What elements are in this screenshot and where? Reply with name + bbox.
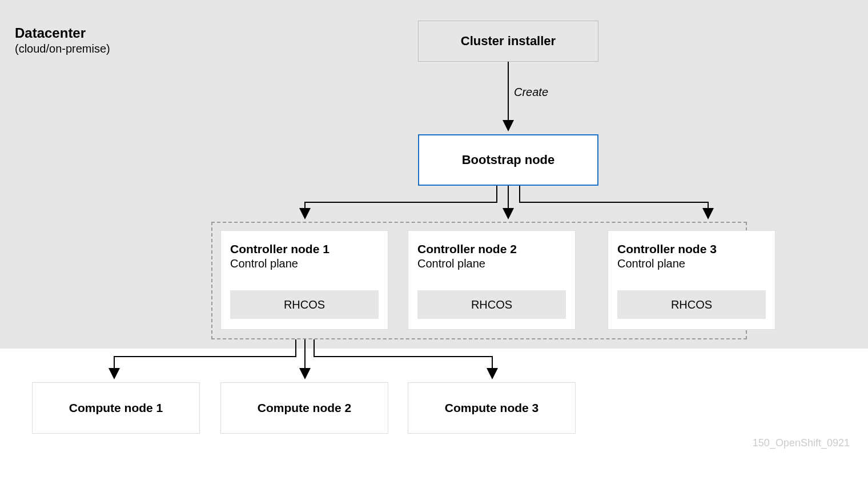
compute-3-label: Compute node 3 — [445, 401, 539, 415]
controller-node-3: Controller node 3 Control plane RHCOS — [608, 230, 775, 330]
bootstrap-node-box: Bootstrap node — [418, 134, 598, 186]
controller-2-title: Controller node 2 — [417, 242, 566, 256]
compute-node-3: Compute node 3 — [408, 382, 576, 434]
cluster-installer-label: Cluster installer — [461, 34, 556, 49]
compute-node-1: Compute node 1 — [32, 382, 200, 434]
compute-node-2: Compute node 2 — [220, 382, 388, 434]
controller-1-os: RHCOS — [230, 290, 379, 319]
controller-1-sub: Control plane — [230, 257, 379, 270]
controller-node-2: Controller node 2 Control plane RHCOS — [408, 230, 576, 330]
datacenter-title: Datacenter — [15, 25, 86, 41]
controller-2-os: RHCOS — [417, 290, 566, 319]
compute-2-label: Compute node 2 — [258, 401, 352, 415]
compute-1-label: Compute node 1 — [69, 401, 163, 415]
controller-3-sub: Control plane — [617, 257, 766, 270]
controller-2-sub: Control plane — [417, 257, 566, 270]
datacenter-subtitle: (cloud/on-premise) — [15, 42, 110, 55]
controller-3-os: RHCOS — [617, 290, 766, 319]
controller-1-title: Controller node 1 — [230, 242, 379, 256]
bootstrap-node-label: Bootstrap node — [462, 153, 555, 167]
watermark-text: 150_OpenShift_0921 — [753, 437, 850, 449]
cluster-installer-box: Cluster installer — [418, 21, 598, 62]
create-label: Create — [514, 86, 548, 99]
controller-3-title: Controller node 3 — [617, 242, 766, 256]
controller-node-1: Controller node 1 Control plane RHCOS — [220, 230, 388, 330]
